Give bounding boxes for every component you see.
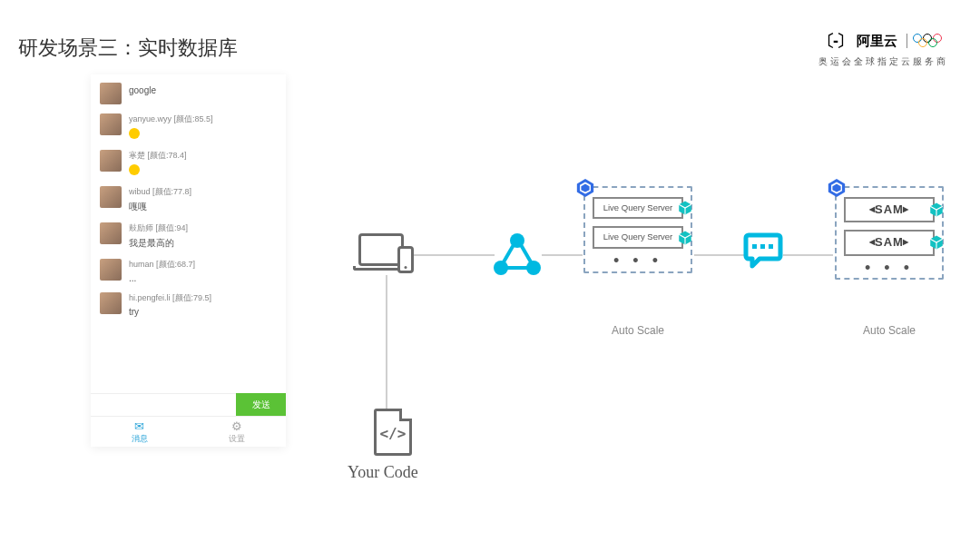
avatar [100,150,122,172]
alibaba-cloud-text: 阿里云 [857,33,897,50]
brand-logo: 〔-〕 阿里云 奥运会全球指定云服务商 [818,30,948,68]
kubernetes-icon [827,178,847,198]
auto-scale-label: Auto Scale [583,324,692,337]
ellipsis-icon: • • • [593,256,683,266]
auto-scale-group-sam: SAM SAM • • • [835,186,944,280]
architecture-diagram: Live Query Server Live Query Server • • … [349,159,980,458]
sam-service-box: SAM [844,230,935,255]
nav-messages[interactable]: ✉消息 [91,417,189,447]
olympic-rings-icon [906,34,944,48]
alibaba-bracket-icon: 〔-〕 [818,30,851,52]
brand-tagline: 奥运会全球指定云服务商 [818,55,948,68]
svg-rect-8 [760,244,765,249]
network-hub-icon [490,233,544,279]
list-item: 鼓励师 [颜值:94]我是最高的 [91,218,286,254]
cube-icon [928,234,945,251]
live-query-server-box: Live Query Server [593,197,683,219]
mail-icon: ✉ [91,419,189,433]
phone-mockup: google yanyue.wyy [颜值:85.5] 寒楚 [颜值:78.4]… [91,74,286,447]
slide-title: 研发场景三：实时数据库 [18,34,238,62]
kubernetes-icon [575,178,595,198]
auto-scale-group-live-query: Live Query Server Live Query Server • • … [583,186,692,273]
ellipsis-icon: • • • [844,263,935,273]
chat-list: google yanyue.wyy [颜值:85.5] 寒楚 [颜值:78.4]… [91,74,286,393]
avatar [100,186,122,208]
list-item: wibud [颜值:77.8]嘎嘎 [91,182,286,218]
sam-service-box: SAM [844,197,935,222]
avatar [100,222,122,244]
live-query-server-box: Live Query Server [593,226,683,248]
avatar [100,292,122,314]
message-service-icon [740,232,785,270]
cube-icon [928,202,945,218]
avatar [100,83,122,104]
nav-settings[interactable]: ⚙设置 [189,417,287,447]
cube-icon [677,200,693,216]
code-file-icon: </> [374,409,412,456]
message-input[interactable] [91,393,236,416]
auto-scale-label: Auto Scale [835,324,944,337]
list-item: 寒楚 [颜值:78.4] [91,145,286,182]
your-code-label: Your Code [348,463,418,482]
svg-rect-7 [752,244,757,249]
list-item: hi.pengfei.li [颜值:79.5]try [91,288,286,321]
your-code-block: </> Your Code [368,409,418,482]
send-button[interactable]: 发送 [236,393,286,416]
gear-icon: ⚙ [189,419,287,433]
avatar [100,259,122,281]
svg-rect-9 [769,244,773,249]
cube-icon [677,230,693,246]
list-item: yanyue.wyy [颜值:85.5] [91,109,286,145]
list-item: human [颜值:68.7]... [91,254,286,288]
list-item: google [91,78,286,109]
avatar [100,113,122,135]
